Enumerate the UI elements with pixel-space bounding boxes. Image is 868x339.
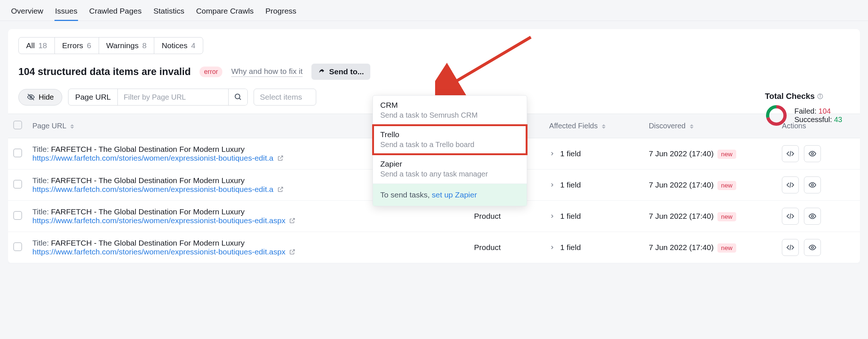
svg-line-5 xyxy=(239,98,241,100)
chevron-right-icon xyxy=(549,182,555,188)
tab-overview[interactable]: Overview xyxy=(10,4,44,21)
severity-badge: error xyxy=(200,67,222,77)
row-checkbox[interactable] xyxy=(13,211,22,220)
code-icon xyxy=(786,181,794,189)
dropdown-item-title: CRM xyxy=(380,101,519,110)
hide-label: Hide xyxy=(39,93,54,101)
eye-icon xyxy=(808,212,816,220)
affected-fields-toggle[interactable]: 1 field xyxy=(549,243,639,252)
dropdown-item-subtitle: Send a task to any task manager xyxy=(380,170,519,178)
total-checks: Total Checks Failed: 104 Successful: 43 xyxy=(765,92,842,127)
eye-icon xyxy=(808,150,816,158)
failed-value: 104 xyxy=(819,107,831,115)
success-label: Successful: xyxy=(794,115,832,124)
view-action-button[interactable] xyxy=(804,208,821,225)
new-badge: new xyxy=(717,212,736,221)
table-row: Title: FARFETCH - The Global Destination… xyxy=(8,232,860,263)
why-fix-link[interactable]: Why and how to fix it xyxy=(231,67,303,77)
row-checkbox[interactable] xyxy=(13,149,22,157)
row-title: Title: FARFETCH - The Global Destination… xyxy=(32,207,464,216)
chevron-right-icon xyxy=(549,151,555,157)
row-url-link[interactable]: https://www.farfetch.com/stories/women/e… xyxy=(32,216,296,225)
row-discovered: 7 Jun 2022 (17:40)new xyxy=(643,201,777,232)
dropdown-item-zapier[interactable]: Zapier Send a task to any task manager xyxy=(373,154,527,184)
affected-fields-toggle[interactable]: 1 field xyxy=(549,181,639,189)
col-page-url[interactable]: Page URL xyxy=(32,122,66,130)
code-action-button[interactable] xyxy=(782,208,799,225)
headline-row: 104 structured data items are invalid er… xyxy=(8,64,860,80)
select-all-checkbox[interactable] xyxy=(13,121,22,129)
affected-fields-toggle[interactable]: 1 field xyxy=(549,212,639,221)
filter-label: Notices xyxy=(162,41,187,50)
setup-zapier-link[interactable]: set up Zapier xyxy=(432,190,477,199)
eye-icon xyxy=(808,243,816,251)
view-action-button[interactable] xyxy=(804,239,821,256)
svg-line-13 xyxy=(790,182,791,188)
filter-errors[interactable]: Errors 6 xyxy=(55,38,99,54)
row-url-link[interactable]: https://www.farfetch.com/stories/women/e… xyxy=(32,185,284,194)
affected-fields-toggle[interactable]: 1 field xyxy=(549,149,639,158)
page-url-input[interactable] xyxy=(118,89,228,105)
total-checks-title: Total Checks xyxy=(765,92,815,101)
row-url-link[interactable]: https://www.farfetch.com/stories/women/e… xyxy=(32,247,296,256)
dropdown-item-trello[interactable]: Trello Send a task to a Trello board xyxy=(373,125,527,154)
svg-point-16 xyxy=(811,215,814,217)
new-badge: new xyxy=(717,243,736,253)
tab-issues[interactable]: Issues xyxy=(54,4,78,21)
code-icon xyxy=(786,212,794,220)
svg-point-14 xyxy=(811,184,814,186)
dropdown-item-crm[interactable]: CRM Send a task to Semrush CRM xyxy=(373,96,527,125)
tab-statistics[interactable]: Statistics xyxy=(153,4,185,21)
svg-point-12 xyxy=(811,153,814,155)
issue-filters: All 18 Errors 6 Warnings 8 Notices 4 xyxy=(18,37,203,54)
new-badge: new xyxy=(717,150,736,159)
filter-all[interactable]: All 18 xyxy=(19,38,55,54)
external-link-icon xyxy=(289,217,296,224)
tab-progress[interactable]: Progress xyxy=(265,4,297,21)
fields-text: 1 field xyxy=(560,243,581,252)
filter-warnings[interactable]: Warnings 8 xyxy=(99,38,155,54)
dropdown-item-subtitle: Send a task to Semrush CRM xyxy=(380,111,519,119)
chevron-right-icon xyxy=(549,245,555,250)
row-url-link[interactable]: https://www.farfetch.com/stories/women/e… xyxy=(32,154,284,163)
tab-compare-crawls[interactable]: Compare Crawls xyxy=(195,4,254,21)
view-action-button[interactable] xyxy=(804,145,821,162)
sort-icon[interactable] xyxy=(70,124,74,129)
col-affected[interactable]: Affected Fields xyxy=(549,122,598,130)
row-checkbox[interactable] xyxy=(13,180,22,189)
filter-count: 18 xyxy=(38,41,47,50)
tabs-bar: Overview Issues Crawled Pages Statistics… xyxy=(0,0,868,21)
code-action-button[interactable] xyxy=(782,176,799,193)
share-arrow-icon xyxy=(318,68,325,75)
row-discovered: 7 Jun 2022 (17:40)new xyxy=(643,232,777,263)
row-discovered: 7 Jun 2022 (17:40)new xyxy=(643,170,777,201)
filter-label: All xyxy=(26,41,35,50)
external-link-icon xyxy=(277,155,284,161)
filter-notices[interactable]: Notices 4 xyxy=(154,38,203,54)
send-to-button[interactable]: Send to... xyxy=(311,64,371,80)
tab-crawled-pages[interactable]: Crawled Pages xyxy=(88,4,142,21)
col-discovered[interactable]: Discovered xyxy=(649,122,685,130)
info-icon[interactable] xyxy=(817,93,823,100)
svg-point-18 xyxy=(811,246,814,249)
dropdown-item-title: Trello xyxy=(380,130,519,139)
sort-icon[interactable] xyxy=(602,124,606,129)
eye-off-icon xyxy=(27,93,35,101)
sort-icon[interactable] xyxy=(690,124,694,129)
code-action-button[interactable] xyxy=(782,239,799,256)
success-value: 43 xyxy=(834,115,842,124)
page-url-label[interactable]: Page URL xyxy=(68,89,118,105)
failed-label: Failed: xyxy=(794,107,816,115)
filter-count: 6 xyxy=(87,41,91,50)
select-items-dropdown[interactable]: Select items xyxy=(254,89,316,106)
code-action-button[interactable] xyxy=(782,145,799,162)
fields-text: 1 field xyxy=(560,212,581,221)
filter-count: 8 xyxy=(142,41,147,50)
hide-button[interactable]: Hide xyxy=(18,89,62,106)
svg-line-17 xyxy=(790,245,791,250)
issues-panel: All 18 Errors 6 Warnings 8 Notices 4 104… xyxy=(8,29,860,263)
search-button[interactable] xyxy=(228,89,247,105)
row-checkbox[interactable] xyxy=(13,242,22,251)
chevron-right-icon xyxy=(549,213,555,219)
view-action-button[interactable] xyxy=(804,176,821,193)
